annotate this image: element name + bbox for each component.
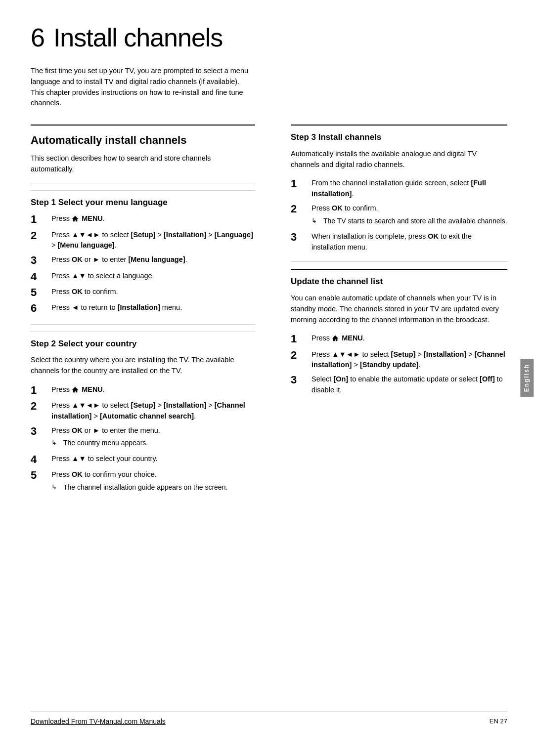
right-column: Step 3 Install channels Automatically in…: [273, 125, 507, 711]
sidebar: English: [520, 0, 534, 756]
page-title: 6Install channels: [31, 24, 507, 52]
auto-install-intro: This section describes how to search and…: [31, 153, 255, 175]
step1-list: 1 Press MENU. 2 Press ▲▼◄► to select [Se…: [31, 213, 255, 315]
list-item: 2 Press ▲▼◄► to select [Setup] > [Instal…: [31, 400, 255, 422]
list-item: 1 Press MENU.: [291, 333, 507, 345]
list-item: 5 Press OK to confirm your choice. ↳ The…: [31, 469, 255, 494]
divider-3: [291, 261, 507, 262]
divider-2: [31, 324, 255, 325]
update-list: 1 Press MENU. 2 Press ▲▼◄► to select [Se…: [291, 333, 507, 395]
update-intro: You can enable automatic update of chann…: [291, 293, 507, 325]
update-title: Update the channel list: [291, 269, 507, 288]
list-item: 3 When installation is complete, press O…: [291, 231, 507, 253]
svg-marker-2: [332, 336, 338, 341]
auto-install-title: Automatically install channels: [31, 125, 255, 148]
home-icon: [72, 215, 79, 222]
sub-item: ↳ The country menu appears.: [51, 438, 255, 448]
left-column: Automatically install channels This sect…: [31, 125, 273, 711]
chapter-title: Install channels: [53, 23, 222, 52]
svg-marker-0: [72, 216, 78, 221]
step2-intro: Select the country where you are install…: [31, 355, 255, 377]
list-item: 5 Press OK to confirm.: [31, 287, 255, 299]
chapter-number: 6: [31, 23, 44, 52]
step1-title: Step 1 Select your menu language: [31, 190, 255, 209]
page-number: EN 27: [490, 717, 507, 726]
list-item: 2 Press ▲▼◄► to select [Setup] > [Instal…: [291, 349, 507, 371]
step2-title: Step 2 Select your country: [31, 332, 255, 350]
step2-list: 1 Press MENU. 2 Press ▲▼◄► to select [Se…: [31, 384, 255, 494]
list-item: 1 Press MENU.: [31, 213, 255, 226]
list-item: 3 Press OK or ► to enter the menu. ↳ The…: [31, 425, 255, 450]
sub-item: ↳ The TV starts to search and store all …: [312, 216, 507, 226]
intro-text: The first time you set up your TV, you a…: [31, 66, 253, 109]
list-item: 4 Press ▲▼ to select a language.: [31, 271, 255, 283]
page-wrapper: English 6Install channels The first time…: [0, 0, 534, 756]
two-col-layout: Automatically install channels This sect…: [31, 125, 507, 711]
list-item: 3 Select [On] to enable the automatic up…: [291, 374, 507, 396]
list-item: 4 Press ▲▼ to select your country.: [31, 454, 255, 466]
list-item: 2 Press ▲▼◄► to select [Setup] > [Instal…: [31, 230, 255, 252]
divider-1: [31, 183, 255, 183]
footer: Downloaded From TV-Manual.com Manuals EN…: [31, 711, 507, 726]
step3-list: 1 From the channel installation guide sc…: [291, 178, 507, 252]
sub-item: ↳ The channel installation guide appears…: [51, 482, 255, 492]
sidebar-label: English: [520, 359, 534, 397]
home-icon: [72, 386, 79, 393]
list-item: 2 Press OK to confirm. ↳ The TV starts t…: [291, 203, 507, 228]
list-item: 1 Press MENU.: [31, 384, 255, 397]
list-item: 6 Press ◄ to return to [Installation] me…: [31, 302, 255, 315]
list-item: 3 Press OK or ► to enter [Menu language]…: [31, 254, 255, 267]
footer-link[interactable]: Downloaded From TV-Manual.com Manuals: [31, 716, 166, 726]
home-icon: [332, 335, 339, 341]
step3-title: Step 3 Install channels: [291, 125, 507, 144]
list-item: 1 From the channel installation guide sc…: [291, 178, 507, 200]
svg-marker-1: [72, 387, 78, 392]
step3-intro: Automatically installs the available ana…: [291, 149, 507, 170]
